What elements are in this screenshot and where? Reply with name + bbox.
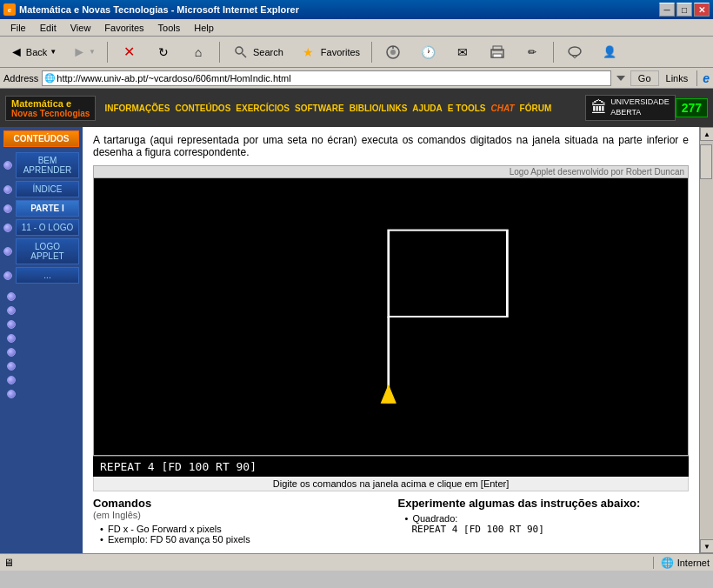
nav-ajuda[interactable]: AJUDA [412, 104, 442, 113]
extra-bullet-5 [7, 348, 16, 357]
extra-bullet-1 [7, 292, 16, 301]
separator-1 [107, 42, 108, 63]
minimize-button[interactable]: ─ [659, 3, 675, 17]
sidebar-bullet-1: BEM APRENDER [3, 152, 79, 178]
nav-software[interactable]: SOFTWARE [295, 104, 344, 113]
forward-dropdown-icon[interactable]: ▼ [89, 48, 96, 56]
menu-file[interactable]: File [3, 21, 33, 35]
print-button[interactable] [482, 40, 513, 64]
forward-arrow-icon: ► [72, 44, 86, 60]
go-button[interactable]: Go [630, 70, 659, 86]
scrollbar-thumb[interactable] [700, 144, 712, 179]
instructions: Comandos (em Inglês) • FD x - Go Forward… [93, 497, 689, 545]
menu-edit[interactable]: Edit [33, 21, 63, 35]
instr-right-item-1: • Quadrado: [405, 513, 690, 524]
scroll-down-button[interactable]: ▼ [700, 539, 713, 553]
instr-left-subtitle: (em Inglês) [93, 510, 384, 520]
search-button[interactable]: Search [225, 40, 290, 64]
sidebar-btn-parte1[interactable]: PARTE I [16, 200, 79, 217]
brand-box[interactable]: Matemática e Novas Tecnologias [5, 96, 96, 121]
scrollbar: ▲ ▼ [699, 127, 713, 553]
history-button[interactable]: 🕐 [412, 40, 443, 64]
extra-bullet-3 [7, 320, 16, 329]
address-input[interactable] [57, 73, 608, 84]
sidebar: CONTEÚDOS BEM APRENDER ÍNDICE PARTE I 11… [0, 127, 83, 553]
separator-3 [371, 42, 372, 63]
close-button[interactable]: ✕ [694, 3, 710, 17]
zone-label: Internet [677, 558, 710, 568]
svg-point-3 [390, 50, 396, 55]
maximize-button[interactable]: □ [676, 3, 692, 17]
instr-left-title: Comandos [93, 497, 384, 510]
back-dropdown-icon[interactable]: ▼ [50, 48, 57, 56]
sidebar-btn-indice[interactable]: ÍNDICE [16, 181, 79, 197]
nav-forum[interactable]: FÓRUM [520, 104, 552, 113]
refresh-button[interactable]: ↻ [148, 40, 179, 64]
dropdown-arrow-icon[interactable] [615, 72, 627, 84]
page-icon: 🌐 [44, 73, 55, 83]
home-icon: ⌂ [189, 43, 208, 62]
bullet-icon-5 [3, 247, 12, 256]
window-title: Matemática e Novas Tecnologias - Microso… [19, 4, 659, 15]
svg-marker-10 [616, 76, 625, 81]
extra-bullet-4 [7, 334, 16, 343]
sidebar-btn-ellipsis[interactable]: ... [16, 267, 79, 284]
bullet-icon-4 [3, 224, 12, 232]
sidebar-btn-bem-aprender[interactable]: BEM APRENDER [16, 152, 79, 178]
separator-2 [219, 42, 220, 63]
instr-left-item-1: • FD x - Go Forward x pixels [100, 524, 384, 534]
applet-canvas[interactable] [93, 177, 689, 456]
nav-informacoes[interactable]: INFORMAÇÕES [104, 104, 170, 113]
turtle-drawing-svg [94, 178, 688, 455]
nav-chat[interactable]: CHAT [491, 104, 515, 113]
svg-rect-7 [493, 54, 502, 57]
favorites-label: Favorites [321, 47, 360, 57]
ie-logo: e [703, 71, 710, 85]
links-button[interactable]: Links [663, 73, 692, 84]
nav-banner: Matemática e Novas Tecnologias INFORMAÇÕ… [0, 89, 713, 127]
menu-help[interactable]: Help [187, 21, 221, 35]
discuss-button[interactable] [559, 40, 590, 64]
globe-icon: 🌐 [661, 557, 674, 569]
scroll-up-button[interactable]: ▲ [700, 127, 713, 141]
applet-container: Logo Applet desenvolvido por Robert Dunc… [93, 165, 689, 491]
edit-button[interactable]: ✏ [516, 40, 548, 64]
sidebar-btn-logo-applet[interactable]: LOGO APPLET [16, 238, 79, 264]
menu-bar: File Edit View Favorites Tools Help [0, 19, 713, 37]
back-button[interactable]: ◄ Back ▼ [3, 40, 63, 64]
svg-line-1 [243, 53, 247, 57]
svg-point-0 [236, 47, 243, 54]
svg-marker-13 [382, 386, 396, 404]
forward-button[interactable]: ► ▼ [66, 40, 102, 64]
messenger-button[interactable]: 👤 [594, 40, 625, 64]
bullet-icon-1 [3, 161, 12, 170]
menu-tools[interactable]: Tools [151, 21, 188, 35]
nav-conteudos[interactable]: CONTEÚDOS [175, 104, 230, 113]
uni-box: 🏛 UNIVERSIDADEABERTA [585, 95, 676, 120]
favorites-button[interactable]: ★ Favorites [293, 40, 366, 64]
content-area: A tartaruga (aqui representada por uma s… [83, 127, 699, 553]
nav-exercicios[interactable]: EXERCÍCIOS [236, 104, 290, 113]
command-bar[interactable]: REPEAT 4 [FD 100 RT 90] [93, 456, 689, 477]
nav-etools[interactable]: e TOOLS [448, 104, 486, 113]
svg-marker-9 [572, 56, 577, 58]
mail-icon: ✉ [453, 43, 472, 62]
mail-button[interactable]: ✉ [447, 40, 478, 64]
sidebar-bullet-2: ÍNDICE [3, 181, 79, 197]
menu-favorites[interactable]: Favorites [97, 21, 150, 35]
main-area: CONTEÚDOS BEM APRENDER ÍNDICE PARTE I 11… [0, 127, 713, 553]
stop-button[interactable]: ✕ [113, 40, 144, 64]
back-label: Back [26, 47, 47, 57]
scrollbar-track[interactable] [700, 141, 713, 539]
sidebar-btn-11logo[interactable]: 11 - O LOGO [16, 219, 79, 236]
brand-text2: Novas Tecnologias [11, 109, 90, 118]
bullet-left-2: • [100, 534, 103, 545]
instr-right-title: Experimente algumas das instruções abaix… [398, 497, 690, 510]
status-bar: 🖥 🌐 Internet [0, 553, 713, 571]
media-button[interactable] [377, 40, 409, 64]
home-button[interactable]: ⌂ [183, 40, 214, 64]
status-icon: 🖥 [3, 557, 14, 569]
media-icon [383, 43, 403, 62]
menu-view[interactable]: View [63, 21, 98, 35]
nav-biblio[interactable]: BIBLIO/LINKS [350, 104, 408, 113]
